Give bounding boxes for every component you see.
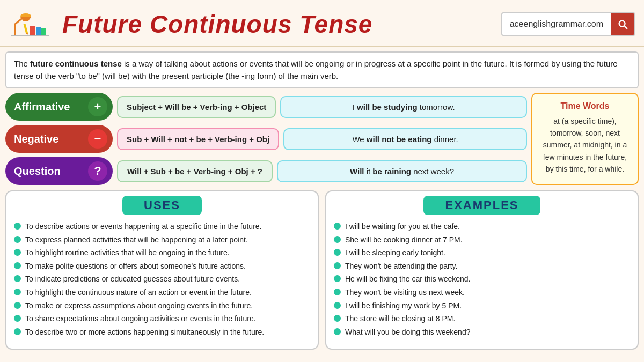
list-item: I will be sleeping early tonight.	[334, 248, 630, 258]
list-item: To share expectations about ongoing acti…	[14, 314, 310, 324]
bullet-icon	[334, 328, 341, 335]
affirmative-row: Affirmative + Subject + Will be + Verb-i…	[5, 93, 527, 121]
negative-formula: Sub + Will + not + be + Verb-ing + Obj	[117, 128, 279, 150]
tense-area: Affirmative + Subject + Will be + Verb-i…	[5, 93, 639, 185]
list-item: They won't be attending the party.	[334, 261, 630, 272]
negative-label: Negative −	[5, 125, 113, 153]
list-item: They won't be visiting us next week.	[334, 287, 630, 298]
description-box: The future continuous tense is a way of …	[5, 51, 639, 88]
examples-list: I will be waiting for you at the cafe. S…	[326, 219, 638, 342]
question-row: Question ? Will + Sub + be + Verb-ing + …	[5, 157, 527, 185]
list-item: To indicate predictions or educated gues…	[14, 274, 310, 285]
bottom-area: USES To describe actions or events happe…	[5, 190, 639, 350]
svg-rect-7	[23, 24, 28, 34]
list-item: The store will be closing at 8 PM.	[334, 314, 630, 324]
page-title: Future Continuous Tense	[62, 10, 491, 39]
search-bar: aceenglishgrammar.com	[501, 12, 635, 36]
bullet-icon	[14, 249, 21, 256]
svg-rect-5	[36, 27, 41, 35]
affirmative-label-text: Affirmative	[14, 101, 85, 113]
description-bold: future continuous tense	[30, 59, 122, 68]
domain-label: aceenglishgrammar.com	[502, 19, 611, 29]
bullet-icon	[14, 289, 21, 295]
question-example: Will it be raining next week?	[277, 160, 527, 182]
time-words-box: Time Words at (a specific time), tomorro…	[531, 93, 639, 185]
negative-example: We will not be eating dinner.	[283, 128, 527, 150]
bullet-icon	[334, 275, 341, 282]
header-logo	[9, 5, 52, 43]
bullet-icon	[334, 236, 341, 243]
list-item: To make or express assumptions about ong…	[14, 301, 310, 312]
list-item: To express planned activities that will …	[14, 235, 310, 246]
uses-header-label: USES	[122, 196, 202, 215]
uses-header: USES	[6, 191, 318, 219]
svg-marker-3	[20, 17, 31, 21]
list-item: To describe actions or events happening …	[14, 221, 310, 232]
time-words-title: Time Words	[540, 99, 630, 113]
bullet-icon	[334, 302, 341, 309]
negative-icon: −	[88, 129, 107, 149]
question-label: Question ?	[5, 157, 113, 185]
affirmative-icon: +	[88, 97, 107, 116]
bullet-icon	[334, 315, 341, 322]
examples-header: EXAMPLES	[326, 191, 638, 219]
bullet-icon	[14, 275, 21, 282]
bullet-icon	[14, 328, 21, 335]
list-item: To highlight routine activities that wil…	[14, 248, 310, 258]
negative-label-text: Negative	[14, 133, 85, 145]
affirmative-formula: Subject + Will be + Verb-ing + Object	[117, 96, 276, 118]
question-icon: ?	[88, 161, 107, 181]
uses-section: USES To describe actions or events happe…	[5, 190, 319, 350]
list-item: I will be finishing my work by 5 PM.	[334, 301, 630, 312]
list-item: He will be fixing the car this weekend.	[334, 274, 630, 285]
list-item: I will be waiting for you at the cafe.	[334, 221, 630, 232]
bullet-icon	[334, 289, 341, 295]
bullet-icon	[14, 315, 21, 322]
bullet-icon	[14, 262, 21, 269]
bullet-icon	[14, 302, 21, 309]
svg-rect-4	[30, 26, 35, 35]
affirmative-example: I will be studying tomorrow.	[280, 96, 527, 118]
examples-section: EXAMPLES I will be waiting for you at th…	[325, 190, 639, 350]
list-item: What will you be doing this weekend?	[334, 327, 630, 338]
bullet-icon	[334, 223, 341, 230]
list-item: She will be cooking dinner at 7 PM.	[334, 235, 630, 246]
list-item: To describe two or more actions happenin…	[14, 327, 310, 338]
search-icon	[617, 18, 628, 30]
search-button[interactable]	[611, 12, 634, 36]
time-words-content: at (a specific time), tomorrow, soon, ne…	[543, 117, 627, 174]
list-item: To make polite questions or offers about…	[14, 261, 310, 272]
list-item: To highlight the continuous nature of an…	[14, 287, 310, 298]
bullet-icon	[14, 236, 21, 243]
examples-header-label: EXAMPLES	[423, 196, 540, 215]
uses-list: To describe actions or events happening …	[6, 219, 318, 342]
header: Future Continuous Tense aceenglishgramma…	[0, 0, 644, 47]
bullet-icon	[334, 249, 341, 256]
svg-rect-6	[41, 28, 46, 35]
tense-rows: Affirmative + Subject + Will be + Verb-i…	[5, 93, 527, 185]
negative-row: Negative − Sub + Will + not + be + Verb-…	[5, 125, 527, 153]
question-formula: Will + Sub + be + Verb-ing + Obj + ?	[117, 160, 273, 182]
description-text-before: The	[14, 59, 30, 68]
bullet-icon	[14, 223, 21, 230]
affirmative-label: Affirmative +	[5, 93, 113, 121]
bullet-icon	[334, 262, 341, 269]
question-label-text: Question	[14, 165, 85, 178]
